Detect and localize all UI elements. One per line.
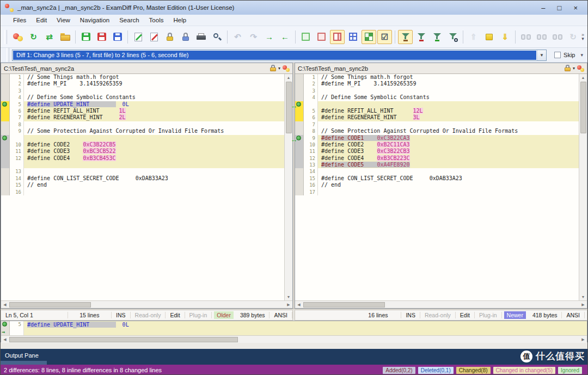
right-code-line[interactable]: 7: [295, 121, 579, 128]
scrollbar-thumb[interactable]: [580, 82, 586, 133]
right-code-line[interactable]: 16// end: [295, 182, 579, 188]
diff-marker-icon[interactable]: [1, 135, 10, 142]
right-code-line[interactable]: 10#define CODE2 0xB2C11CA3: [295, 142, 579, 148]
copy-down-icon[interactable]: ⇓: [498, 30, 512, 44]
swap-panes-icon[interactable]: ⇄: [42, 30, 57, 44]
left-code-line[interactable]: 16: [1, 189, 284, 195]
menu-tools[interactable]: Tools: [144, 16, 169, 24]
right-code-line[interactable]: 2#define M_PI 3.14159265359: [295, 81, 579, 87]
menu-search[interactable]: Search: [114, 16, 144, 24]
scroll-right-icon[interactable]: ▶: [285, 303, 292, 307]
status-ins[interactable]: INS: [112, 312, 131, 318]
menu-edit[interactable]: Edit: [31, 16, 52, 24]
scroll-up-icon[interactable]: ▲: [579, 74, 587, 81]
diff-marker-icon[interactable]: [1, 321, 10, 328]
edit-second-icon[interactable]: [146, 30, 161, 44]
menu-navigation[interactable]: Navigation: [75, 16, 114, 24]
minimize-button[interactable]: –: [541, 4, 545, 12]
status-edit[interactable]: Edit: [166, 312, 185, 318]
badge-deleted-0-1[interactable]: Deleted(0,1): [418, 367, 454, 374]
left-code-line[interactable]: 5#define UPDATE_HINT 0L: [1, 101, 284, 108]
scrollbar-thumb[interactable]: [9, 302, 91, 308]
filter-exclude-icon[interactable]: [414, 30, 428, 44]
scroll-left-icon[interactable]: ◀: [1, 337, 9, 342]
scrollbar-thumb[interactable]: [9, 337, 238, 342]
left-code-area[interactable]: 1// Some Things math.h forgot2#define M_…: [1, 74, 284, 300]
show-differences-icon[interactable]: [362, 30, 376, 44]
recompare-icon[interactable]: ↻: [26, 30, 41, 44]
diffbar-overflow-icon[interactable]: ▾: [580, 52, 583, 58]
right-code-line[interactable]: 17: [295, 189, 579, 195]
scroll-up-icon[interactable]: ▲: [285, 74, 292, 81]
left-code-line[interactable]: 4// Define Some Symbolic Constants: [1, 94, 284, 101]
status-edit[interactable]: Edit: [456, 312, 475, 318]
toolbar-overflow-icon[interactable]: »▾: [581, 33, 584, 41]
close-button[interactable]: ×: [573, 4, 578, 12]
status-read-only[interactable]: Read-only: [131, 312, 166, 318]
detail-code-line[interactable]: 5#define UPDATE_HINT 0L: [1, 321, 587, 328]
status-read-only[interactable]: Read-only: [420, 312, 456, 318]
left-code-line[interactable]: 8: [1, 121, 284, 128]
right-code-line[interactable]: 14: [295, 168, 579, 175]
left-code-line[interactable]: [1, 162, 284, 168]
diff-combo-selected[interactable]: Diff 1: Change 3 lines (5 - 7, first fil…: [13, 51, 536, 60]
badge-changed-in-changed-5[interactable]: Changed in changed(5): [493, 367, 556, 374]
right-code-line[interactable]: 13#define CODE5 0xA4FE8920: [295, 162, 579, 168]
next-diff-icon[interactable]: →: [262, 30, 277, 44]
zoom-icon[interactable]: [210, 30, 224, 44]
split-view-icon[interactable]: [330, 30, 345, 44]
compare-icon[interactable]: [283, 65, 290, 72]
sync-arrow-icon[interactable]: ↔: [284, 102, 304, 110]
compare-files-icon[interactable]: [10, 30, 25, 44]
status-plug-in[interactable]: Plug-in: [475, 312, 502, 318]
scroll-down-icon[interactable]: ▼: [285, 293, 292, 300]
scroll-down-icon[interactable]: ▼: [579, 293, 587, 300]
right-code-line[interactable]: [295, 101, 579, 108]
menu-view[interactable]: View: [52, 16, 75, 24]
app-icon[interactable]: [5, 4, 14, 12]
scroll-left-icon[interactable]: ◀: [1, 303, 9, 307]
right-horizontal-scrollbar[interactable]: ◀ ▶: [295, 300, 587, 308]
left-code-line[interactable]: 3: [1, 88, 284, 94]
scroll-right-icon[interactable]: ▶: [579, 303, 587, 307]
maximize-button[interactable]: □: [558, 4, 562, 12]
left-code-line[interactable]: 12#define CODE4 0xB3CB453C: [1, 155, 284, 162]
current-block-icon[interactable]: [482, 30, 497, 44]
show-second-pane-icon[interactable]: [314, 30, 329, 44]
right-code-line[interactable]: 5#define REFIT_ALL_HINT 12L: [295, 108, 579, 114]
filter-edit-icon[interactable]: [445, 30, 460, 44]
right-code-line[interactable]: 15#define CON_LIST_SECRET_CODE 0xDAB33A2…: [295, 175, 579, 182]
print-icon[interactable]: [194, 30, 209, 44]
skip-checkbox[interactable]: Skip: [554, 52, 575, 58]
sync-arrow-icon[interactable]: ↔: [284, 136, 304, 144]
left-code-line[interactable]: 6#define REFIT_ALL_HINT 1L: [1, 108, 284, 114]
left-code-line[interactable]: 7#define REGENERATE_HINT 2L: [1, 114, 284, 121]
prev-diff-icon[interactable]: ←: [278, 30, 292, 44]
right-code-line[interactable]: 3: [295, 88, 579, 94]
right-code-line[interactable]: 9#define CODE1 0xC3B22CA3: [295, 135, 579, 142]
filter-include-icon[interactable]: [430, 30, 444, 44]
chevron-down-icon[interactable]: ▼: [537, 50, 546, 60]
right-code-line[interactable]: 1// Some Things math.h forgot: [295, 74, 579, 81]
chevron-down-icon[interactable]: ▾: [278, 66, 280, 71]
save-both-icon[interactable]: [110, 30, 125, 44]
right-code-line[interactable]: 6#define REGENERATE_HINT 3L: [295, 114, 579, 121]
left-code-line[interactable]: 9// Some Protection Against Corrupted Or…: [1, 128, 284, 134]
show-checked-icon[interactable]: ☑: [377, 30, 392, 44]
lock-icon[interactable]: [270, 65, 276, 72]
readonly-second-icon[interactable]: [178, 30, 193, 44]
checkbox-icon[interactable]: [554, 52, 561, 58]
right-code-line[interactable]: 8// Some Protection Against Corrupted Or…: [295, 128, 579, 134]
grid-view-icon[interactable]: [346, 30, 360, 44]
menu-help[interactable]: Help: [168, 16, 191, 24]
compare-icon[interactable]: [577, 65, 584, 72]
left-code-line[interactable]: 11#define CODE3 0xBC3CB522: [1, 148, 284, 155]
left-code-line[interactable]: [1, 135, 284, 142]
status-plug-in[interactable]: Plug-in: [185, 312, 212, 318]
right-code-line[interactable]: 11#define CODE3 0xC3B22CB3: [295, 148, 579, 155]
save-first-icon[interactable]: [78, 30, 93, 44]
badge-ignored[interactable]: Ignored: [558, 367, 582, 374]
status-older[interactable]: Older: [214, 311, 234, 319]
open-files-icon[interactable]: [58, 30, 72, 44]
left-horizontal-scrollbar[interactable]: ◀ ▶: [1, 300, 292, 308]
